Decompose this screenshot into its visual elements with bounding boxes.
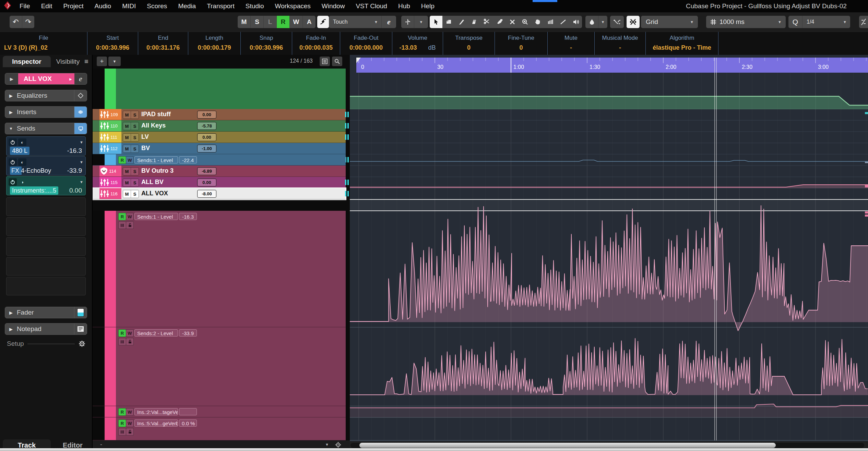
info-field-value[interactable]: 0:00:31.176 bbox=[138, 44, 188, 51]
menu-item-midi[interactable]: MIDI bbox=[119, 2, 139, 10]
automation-parameter-value[interactable] bbox=[179, 408, 197, 415]
track-type-icon[interactable]: 114 bbox=[99, 166, 121, 176]
grid-type-dropdown[interactable]: Grid ▼ bbox=[641, 16, 698, 28]
automation-s-button[interactable]: S bbox=[251, 16, 264, 28]
menu-item-scores[interactable]: Scores bbox=[144, 2, 170, 10]
automation-lane-vox-ins2[interactable]: RWIns.:2:Val...tageVerb-- bbox=[93, 406, 346, 417]
tool-zoom-icon[interactable] bbox=[519, 16, 531, 28]
iterative-quantize-icon[interactable] bbox=[859, 16, 868, 28]
read-automation-button[interactable]: R bbox=[118, 213, 126, 220]
send-destination[interactable]: 480 L bbox=[10, 147, 29, 155]
equalizers-bypass-icon[interactable] bbox=[74, 90, 87, 101]
info-field-fine-tune[interactable]: Fine-Tune0 bbox=[495, 32, 548, 55]
write-automation-button[interactable]: W bbox=[126, 156, 134, 164]
mute-button[interactable]: M bbox=[123, 134, 131, 141]
send-slot-empty[interactable] bbox=[6, 237, 86, 256]
solo-button[interactable]: S bbox=[131, 111, 139, 119]
track-type-icon[interactable]: 109 bbox=[99, 109, 121, 120]
info-field-fade-out[interactable]: Fade-Out0:00:00.000 bbox=[340, 32, 392, 55]
automation-parameter-name[interactable]: Sends:2 - Level bbox=[134, 329, 178, 337]
send-prepost-icon[interactable]: ◐ bbox=[18, 138, 26, 146]
section-fader[interactable]: ▶ Fader bbox=[5, 307, 87, 318]
snap-on-off-icon[interactable] bbox=[627, 16, 640, 28]
add-track-dropdown[interactable]: ▼ bbox=[108, 57, 121, 66]
tool-object-selection-icon[interactable] bbox=[430, 16, 442, 28]
menu-item-media[interactable]: Media bbox=[175, 2, 199, 10]
info-field-fade-in[interactable]: Fade-In0:00:00.035 bbox=[292, 32, 340, 55]
solo-button[interactable]: S bbox=[131, 190, 139, 198]
info-field-end[interactable]: End0:00:31.176 bbox=[138, 32, 188, 55]
automation-l-button[interactable]: L bbox=[264, 16, 277, 28]
automation-lane-vox-send1[interactable]: RWSends:1 - Level-16.3 bbox=[93, 211, 346, 327]
arrange-canvas[interactable]: 0301:001:302:002:303:00 bbox=[350, 55, 868, 451]
solo-button[interactable]: S bbox=[131, 122, 139, 130]
grid-value-dropdown[interactable]: 1000 ms ▼ bbox=[706, 16, 786, 28]
track-type-icon[interactable]: 115 bbox=[99, 177, 121, 188]
tool-erase-icon[interactable] bbox=[468, 16, 480, 28]
autoscroll-options-dropdown[interactable]: ▼ bbox=[414, 16, 428, 28]
send-power-icon[interactable] bbox=[9, 178, 17, 186]
solo-button[interactable]: S bbox=[131, 179, 139, 186]
info-field-value[interactable]: 0:00:00.035 bbox=[292, 44, 340, 51]
send-slot-empty[interactable] bbox=[6, 217, 86, 236]
redo-button[interactable]: ↷ bbox=[22, 16, 35, 28]
track-volume-box[interactable]: -6.89 bbox=[197, 167, 216, 175]
menu-item-studio[interactable]: Studio bbox=[242, 2, 267, 10]
track-volume-box[interactable]: -8.00 bbox=[197, 190, 216, 198]
tool-glue-icon[interactable] bbox=[493, 16, 506, 28]
track-row-ipad-stuff[interactable]: 109MSIPAD stuff0.00 bbox=[93, 109, 346, 120]
track-row-bv[interactable]: 112MSBV-1.00 bbox=[93, 143, 346, 154]
write-automation-button[interactable]: W bbox=[126, 329, 134, 337]
send-pan-icon[interactable]: ◑ bbox=[18, 178, 26, 186]
automation-edit-button[interactable]: e bbox=[381, 16, 396, 28]
lock-icon[interactable] bbox=[126, 221, 134, 229]
read-automation-button[interactable]: R bbox=[118, 408, 126, 416]
menu-item-audio[interactable]: Audio bbox=[92, 2, 115, 10]
info-field-value[interactable]: 0 bbox=[443, 44, 495, 51]
sends-active-icon[interactable] bbox=[74, 123, 87, 134]
inserts-active-icon[interactable] bbox=[74, 107, 87, 118]
show-lanes-button[interactable] bbox=[118, 338, 126, 345]
info-field-transpose[interactable]: Transpose0 bbox=[443, 32, 495, 55]
track-type-icon[interactable]: 111 bbox=[99, 132, 121, 143]
search-icon[interactable] bbox=[332, 57, 342, 66]
autoscroll-icon[interactable] bbox=[401, 16, 414, 28]
section-notepad[interactable]: ▶ Notepad bbox=[5, 323, 87, 335]
automation-lane-vox-send2[interactable]: RWSends:2 - Level-33.9 bbox=[93, 327, 346, 406]
send-power-icon[interactable] bbox=[9, 158, 17, 166]
track-type-icon[interactable]: 110 bbox=[99, 120, 121, 131]
mute-button[interactable]: M bbox=[123, 145, 131, 153]
quantize-dropdown[interactable]: 1/4 ▼ bbox=[802, 16, 850, 28]
menu-item-file[interactable]: File bbox=[16, 2, 33, 10]
automation-parameter-value[interactable]: -22.4 bbox=[179, 156, 197, 163]
scrollbar-thumb[interactable] bbox=[359, 443, 776, 448]
tool-play-icon[interactable] bbox=[569, 16, 582, 28]
menu-item-window[interactable]: Window bbox=[319, 2, 348, 10]
automation-parameter-name[interactable]: Sends:1 - Level bbox=[134, 213, 178, 220]
track-row-all-keys[interactable]: 110MSAll Keys-5.78 bbox=[93, 120, 346, 132]
show-lanes-button[interactable] bbox=[118, 428, 126, 436]
menu-item-transport[interactable]: Transport bbox=[204, 2, 238, 10]
info-field-value[interactable]: LV 3 (D) (R)_02 bbox=[0, 44, 91, 51]
gear-icon[interactable] bbox=[335, 441, 342, 448]
automation-parameter-name[interactable]: Sends:1 - Level bbox=[134, 156, 178, 163]
solo-button[interactable]: S bbox=[131, 145, 139, 153]
automation-parameter-value[interactable]: -33.9 bbox=[179, 329, 197, 337]
tool-split-icon[interactable] bbox=[480, 16, 493, 28]
info-field-value[interactable]: 0:00:30.996 bbox=[241, 44, 292, 51]
tool-comp-icon[interactable] bbox=[544, 16, 557, 28]
show-lanes-button[interactable] bbox=[118, 221, 126, 229]
menu-item-workspaces[interactable]: Workspaces bbox=[272, 2, 314, 10]
track-lane-green[interactable] bbox=[93, 69, 346, 109]
info-field-value[interactable]: 0 bbox=[495, 44, 547, 51]
track-row-all-vox[interactable]: 116MSALL VOX-8.00 bbox=[93, 188, 346, 199]
send-destination[interactable]: FX 4-EchoBoy bbox=[10, 167, 53, 175]
info-field-value[interactable]: -13.03 dB bbox=[392, 44, 443, 51]
track-row-lv[interactable]: 111MSLV0.00 bbox=[93, 132, 346, 143]
automation-lane-vox-ins5[interactable]: RWIns.:5:Val...geVerb-Mix0.0 % bbox=[93, 417, 346, 440]
automation-mode-dropdown[interactable]: Touch ▼ bbox=[329, 16, 381, 28]
tool-hand-icon[interactable] bbox=[531, 16, 544, 28]
expand-track-section-icon[interactable]: ▶ bbox=[5, 73, 18, 84]
send-slot-empty[interactable] bbox=[6, 257, 86, 276]
write-automation-button[interactable]: W bbox=[126, 213, 134, 220]
